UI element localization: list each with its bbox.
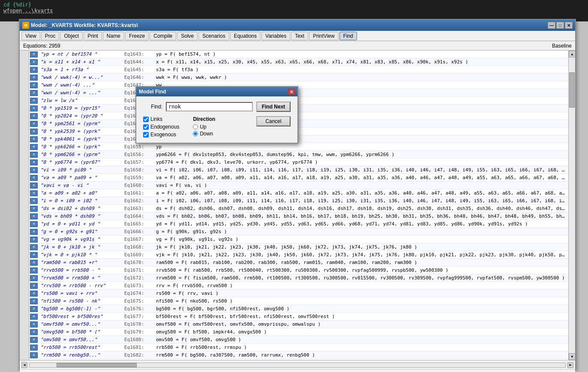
endogenous-label: Endogenous [150,124,179,130]
options-section: Links Endogenous Exogenous Dire [143,116,291,138]
modal-overlay: Model Find ✕ Find: Find Next Links [20,20,575,369]
exogenous-checkbox-item[interactable]: Exogenous [143,132,179,138]
direction-group: Direction Up Down [193,116,215,138]
exogenous-checkbox[interactable] [143,132,149,138]
links-checkbox[interactable] [143,117,149,122]
modal-body: Find: Find Next Links Endogenous [136,96,297,143]
terminal-line1: cd {%dir} [3,2,585,8]
down-radio[interactable] [193,131,198,136]
up-label: Up [200,124,206,130]
main-window: M Model: _KVARTS Workfile: KVARTS::kvart… [19,19,576,370]
down-label: Down [200,131,213,137]
terminal-line2: wfopen ..\kvarts [3,8,585,14]
checkbox-group: Links Endogenous Exogenous [143,116,179,138]
modal-title: Model Find [139,89,166,95]
endogenous-checkbox-item[interactable]: Endogenous [143,124,179,130]
find-input[interactable] [166,102,253,111]
find-next-button[interactable]: Find Next [256,102,291,112]
links-label: Links [150,116,162,122]
scale-bar: -6.0E-16 -6.0E-16 [20,369,575,372]
find-row: Find: Find Next [143,102,291,112]
model-find-dialog: Model Find ✕ Find: Find Next Links [135,86,298,144]
cancel-button[interactable]: Cancel [256,116,291,126]
links-checkbox-item[interactable]: Links [143,116,179,122]
endogenous-checkbox[interactable] [143,124,149,130]
up-radio-item[interactable]: Up [193,124,215,130]
modal-title-bar: Model Find ✕ [136,87,297,96]
terminal-area: cd {%dir} wfopen ..\kvarts [0,0,588,21]
exogenous-label: Exogenous [150,132,176,138]
find-label: Find: [143,104,162,110]
down-radio-item[interactable]: Down [193,131,215,137]
modal-close-button[interactable]: ✕ [288,89,295,95]
direction-label: Direction [193,116,215,122]
up-radio[interactable] [193,124,198,129]
cancel-section: Cancel [256,116,291,126]
